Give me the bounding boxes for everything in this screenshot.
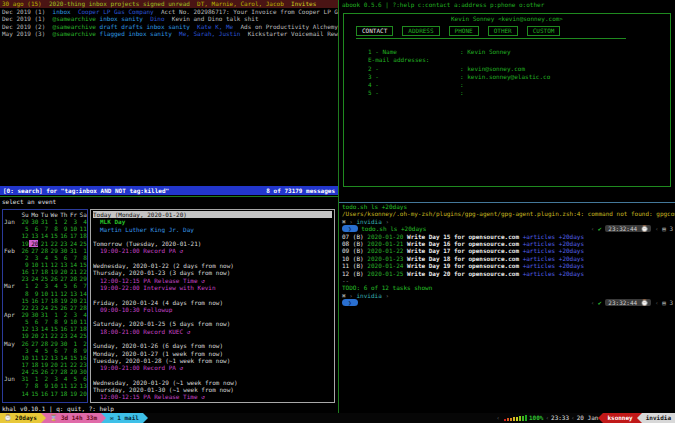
calendar-day[interactable]: 21 bbox=[58, 361, 68, 368]
calendar-day[interactable]: 6 bbox=[77, 375, 87, 382]
agenda-event[interactable]: 12:00-12:15 PA Release Time ↺ bbox=[93, 277, 332, 284]
calendar-day[interactable]: 21 bbox=[77, 297, 87, 304]
calendar-day[interactable]: 7 bbox=[38, 318, 48, 325]
calendar-day[interactable]: 9 bbox=[29, 290, 39, 297]
calendar-day[interactable]: 23 bbox=[29, 304, 39, 311]
calendar-day[interactable]: 26 bbox=[58, 304, 68, 311]
calendar-day[interactable]: 15 bbox=[77, 261, 87, 268]
calendar-day[interactable]: 29 bbox=[67, 368, 77, 375]
calendar-day[interactable]: 27 bbox=[29, 247, 39, 254]
calendar-day[interactable]: 2 bbox=[77, 340, 87, 347]
calendar-day[interactable]: 11 bbox=[29, 354, 39, 361]
email-row[interactable]: Dec 2019 (1) inbox Cooper LP Gas Company… bbox=[0, 8, 338, 16]
calendar-day[interactable]: 17 bbox=[67, 325, 77, 332]
calendar-day[interactable]: 27 bbox=[48, 368, 58, 375]
calendar-day[interactable]: 28 bbox=[77, 304, 87, 311]
calendar-day[interactable]: 10 bbox=[67, 225, 77, 232]
calendar-day[interactable]: 13 bbox=[67, 290, 77, 297]
calendar-day[interactable]: 4 bbox=[58, 375, 68, 382]
calendar-day[interactable]: 18 bbox=[29, 361, 39, 368]
shell-prompt-line[interactable]: ⌘ › invidia › bbox=[340, 292, 675, 299]
calendar-day[interactable]: 8 bbox=[19, 290, 29, 297]
abook-pane[interactable]: abook 0.5.6 | ?:help c:contact a:address… bbox=[340, 0, 675, 202]
calendar-day[interactable]: 25 bbox=[38, 275, 48, 282]
khal-pane[interactable]: select an event SuMoTuWeThFrSaJan2930311… bbox=[0, 197, 338, 413]
agenda-event[interactable]: 09:00-10:30 Followup bbox=[93, 306, 332, 313]
calendar-day[interactable]: 21 bbox=[38, 240, 48, 247]
calendar-day[interactable]: 5 bbox=[48, 254, 58, 261]
calendar-day[interactable]: 20 bbox=[58, 268, 68, 275]
calendar-day[interactable]: 17 bbox=[48, 390, 58, 397]
calendar-day[interactable]: 13 bbox=[58, 261, 68, 268]
calendar-day[interactable]: 13 bbox=[48, 354, 58, 361]
calendar-day[interactable]: 17 bbox=[67, 232, 77, 239]
calendar-day[interactable]: 2 bbox=[58, 311, 68, 318]
pane-border-horizontal-left[interactable] bbox=[0, 196, 338, 197]
shell-prompt-line[interactable]: ⌘ › invidia › bbox=[340, 218, 675, 225]
calendar-day[interactable]: 18 bbox=[77, 325, 87, 332]
calendar-day[interactable]: 10 bbox=[38, 290, 48, 297]
calendar-day[interactable]: 3 bbox=[67, 311, 77, 318]
calendar-day[interactable]: 8 bbox=[67, 347, 77, 354]
calendar-day[interactable]: 4 bbox=[77, 218, 87, 225]
calendar-day[interactable]: 10 bbox=[67, 318, 77, 325]
calendar-day[interactable]: 12 bbox=[19, 232, 29, 239]
email-row[interactable]: May 2019 (3) @samearchive flagged inbox … bbox=[0, 30, 338, 38]
calendar-day[interactable]: 1 bbox=[77, 247, 87, 254]
calendar-day[interactable]: 10 bbox=[29, 261, 39, 268]
calendar-day[interactable]: 18 bbox=[38, 268, 48, 275]
calendar-day[interactable]: 20 bbox=[29, 240, 39, 247]
calendar-day[interactable]: 31 bbox=[38, 311, 48, 318]
calendar-day[interactable]: 15 bbox=[29, 390, 39, 397]
calendar-day[interactable]: 24 bbox=[67, 240, 77, 247]
calendar-day[interactable]: 9 bbox=[38, 382, 48, 389]
calendar-day[interactable]: 18 bbox=[58, 390, 68, 397]
calendar-day[interactable]: 10 bbox=[48, 382, 58, 389]
email-pane[interactable]: 30 ago (15) 2020-thing inbox projects si… bbox=[0, 0, 338, 196]
calendar-day[interactable]: 13 bbox=[29, 232, 39, 239]
calendar-day[interactable]: 8 bbox=[29, 382, 39, 389]
calendar-day[interactable]: 31 bbox=[67, 247, 77, 254]
calendar-day[interactable]: 5 bbox=[38, 347, 48, 354]
calendar-day[interactable]: 24 bbox=[67, 332, 77, 339]
calendar-day[interactable]: 19 bbox=[67, 390, 77, 397]
agenda-event[interactable]: 18:00-21:00 Record KUEC ↺ bbox=[93, 328, 332, 335]
calendar-day[interactable]: 15 bbox=[19, 297, 29, 304]
calendar-day[interactable]: 31 bbox=[19, 375, 29, 382]
calendar-day[interactable]: 28 bbox=[38, 247, 48, 254]
tab-other[interactable]: OTHER bbox=[488, 26, 518, 36]
calendar-day[interactable]: 13 bbox=[29, 325, 39, 332]
calendar-day[interactable]: 30 bbox=[29, 311, 39, 318]
calendar-day[interactable]: 3 bbox=[19, 347, 29, 354]
shell-command-line[interactable]: ❯ todo.sh ls +20days‹ ✔ 23:32:44 ⌚ ‹ ▤ 3 bbox=[340, 225, 675, 232]
calendar-day[interactable]: 25 bbox=[48, 304, 58, 311]
calendar-day[interactable]: 3 bbox=[29, 254, 39, 261]
calendar-day[interactable]: 19 bbox=[38, 361, 48, 368]
calendar-day[interactable]: 14 bbox=[38, 325, 48, 332]
calendar-day[interactable]: 16 bbox=[19, 268, 29, 275]
calendar-day[interactable]: 12 bbox=[48, 261, 58, 268]
calendar-day[interactable]: 26 bbox=[19, 340, 29, 347]
calendar-day[interactable]: 14 bbox=[77, 290, 87, 297]
calendar-day[interactable]: 11 bbox=[77, 225, 87, 232]
calendar-day[interactable]: 6 bbox=[29, 318, 39, 325]
calendar-day[interactable]: 25 bbox=[77, 332, 87, 339]
calendar-day[interactable]: 6 bbox=[48, 347, 58, 354]
calendar-day[interactable]: 22 bbox=[67, 361, 77, 368]
calendar-day[interactable]: 3 bbox=[48, 375, 58, 382]
calendar-day[interactable]: 2 bbox=[29, 282, 39, 289]
calendar-day[interactable]: 29 bbox=[48, 247, 58, 254]
shell-pane[interactable]: todo.sh ls +20days/Users/ksonney/.oh-my-… bbox=[340, 203, 675, 413]
tab-phone[interactable]: PHONE bbox=[449, 26, 479, 36]
agenda-event[interactable]: Martin Luther King Jr. Day bbox=[93, 226, 332, 233]
calendar-day[interactable]: 25 bbox=[29, 368, 39, 375]
calendar-day[interactable]: 20 bbox=[48, 361, 58, 368]
calendar-day[interactable]: 27 bbox=[67, 304, 77, 311]
calendar-day[interactable]: 6 bbox=[58, 254, 68, 261]
calendar-day[interactable]: 7 bbox=[58, 347, 68, 354]
calendar-day[interactable]: 22 bbox=[48, 332, 58, 339]
calendar-day[interactable]: 17 bbox=[19, 361, 29, 368]
calendar-day[interactable]: 19 bbox=[19, 332, 29, 339]
calendar-day[interactable]: 21 bbox=[38, 332, 48, 339]
calendar-day[interactable]: 7 bbox=[38, 225, 48, 232]
